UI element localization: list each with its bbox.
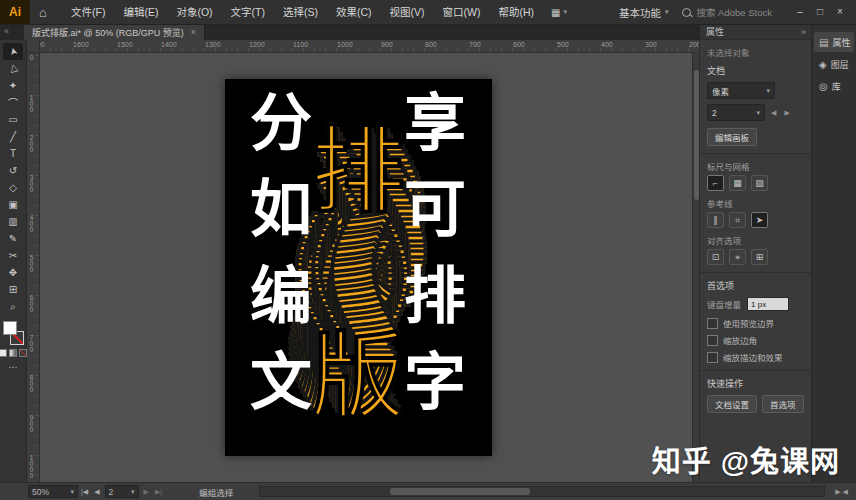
menu-item-6[interactable]: 视图(V) — [381, 0, 434, 24]
line-segment-tool-icon[interactable]: ╱ — [3, 128, 23, 145]
scale-tool-icon[interactable]: ◇ — [3, 179, 23, 196]
collapse-panels-icon[interactable]: « — [4, 26, 9, 36]
document-setup-button[interactable]: 文档设置 — [707, 395, 757, 413]
transparency-grid-icon[interactable]: ▨ — [751, 175, 768, 191]
preferences-button[interactable]: 首选项 — [762, 395, 804, 413]
fill-swatch[interactable] — [3, 321, 17, 335]
corner-ruler-icon[interactable]: ⌐ — [707, 175, 724, 191]
menu-item-1[interactable]: 编辑(E) — [114, 0, 167, 24]
maximize-button[interactable]: □ — [810, 0, 830, 24]
dock-libraries[interactable]: ◎库 — [814, 76, 854, 96]
artboard-value: 2 — [712, 108, 717, 118]
illustrator-window: Ai ⌂ 文件(F)编辑(E)对象(O)文字(T)选择(S)效果(C)视图(V)… — [0, 0, 856, 500]
minimize-button[interactable]: – — [790, 0, 810, 24]
edit-artboards-button[interactable]: 编辑画板 — [707, 128, 757, 146]
checkbox-label: 缩放描边和效果 — [723, 351, 783, 363]
lock-guides-icon[interactable]: ⌗ — [729, 212, 746, 228]
show-guides-icon[interactable]: ∥ — [707, 212, 724, 228]
no-selection-label: 未选择对象 — [707, 46, 805, 58]
keyboard-increment-field[interactable]: 1 px — [747, 297, 789, 311]
zoom-tool-icon[interactable]: ⌕ — [3, 298, 23, 315]
menu-item-2[interactable]: 对象(O) — [167, 0, 221, 24]
artboard-dropdown[interactable]: 2 ▾ — [707, 104, 765, 121]
poster-artboard[interactable]: 排排排排排排排排排排排排排排排排排排排排排排版版版版版版版版版版版版版版版版版版… — [225, 79, 492, 456]
collapse-panel-icon[interactable]: » — [801, 27, 806, 37]
artboard-tool-icon[interactable]: ⊞ — [3, 281, 23, 298]
horizontal-scrollbar[interactable] — [259, 486, 825, 497]
next-artboard-icon[interactable]: ▶ — [144, 488, 149, 496]
direct-selection-tool-icon[interactable]: ▷ — [3, 60, 23, 77]
ruler-tick: 1000 — [28, 454, 35, 478]
edit-toolbar-icon[interactable]: ⋯ — [9, 362, 18, 372]
artboard-nav-dropdown[interactable]: 2 ▾ — [105, 485, 139, 498]
rotate-tool-icon[interactable]: ↺ — [3, 162, 23, 179]
rulers-grids-options: ⌐▦▨ — [707, 175, 805, 191]
canvas[interactable]: 排排排排排排排排排排排排排排排排排排排排排排版版版版版版版版版版版版版版版版版版… — [39, 52, 692, 483]
zoom-level-value: 50% — [32, 487, 49, 497]
guides-options: ∥⌗➤ — [707, 212, 805, 228]
magic-wand-tool-icon[interactable]: ✦ — [3, 77, 23, 94]
menu-item-8[interactable]: 帮助(H) — [490, 0, 544, 24]
snap-to-pixel-icon[interactable]: ⊡ — [707, 249, 724, 265]
stock-search-input[interactable]: 搜索 Adobe Stock — [682, 5, 772, 19]
poster-char-center-bottom: 版 — [311, 323, 405, 432]
menu-item-0[interactable]: 文件(F) — [62, 0, 114, 24]
ruler-tick: 0 — [28, 54, 35, 60]
document-section-label: 文档 — [707, 64, 805, 77]
tab-properties[interactable]: 属性 — [706, 25, 724, 38]
document-tab[interactable]: 版式排版.ai* @ 50% (RGB/GPU 预览) × — [24, 24, 205, 40]
first-artboard-icon[interactable]: |◀ — [81, 488, 88, 496]
dock-properties[interactable]: ▤属性 — [814, 32, 854, 52]
grid-icon[interactable]: ▦ — [729, 175, 746, 191]
last-artboard-icon[interactable]: ▶| — [155, 488, 162, 496]
shape-builder-tool-icon[interactable]: ▣ — [3, 196, 23, 213]
menu-item-3[interactable]: 文字(T) — [222, 0, 274, 24]
menu-item-7[interactable]: 窗口(W) — [434, 0, 490, 24]
hand-tool-icon[interactable]: ✥ — [3, 264, 23, 281]
smart-guides-icon[interactable]: ➤ — [751, 212, 768, 228]
none-mode-icon[interactable] — [19, 349, 27, 357]
ruler-tick: 500 — [28, 254, 35, 272]
zoom-level-dropdown[interactable]: 50% ▾ — [28, 485, 78, 498]
scissors-tool-icon[interactable]: ✂ — [3, 247, 23, 264]
checkbox-0[interactable] — [707, 318, 718, 329]
ruler-tick: 1200 — [249, 41, 265, 48]
lasso-tool-icon[interactable]: ⌒ — [3, 94, 23, 111]
menu-item-4[interactable]: 选择(S) — [274, 0, 327, 24]
workspace-switcher[interactable]: 基本功能 ▾ — [619, 5, 669, 20]
dock-layers[interactable]: ◈图层 — [814, 54, 854, 74]
ruler-tick: 1600 — [73, 41, 89, 48]
preferences-section-label: 首选项 — [707, 279, 805, 292]
vertical-ruler: 01002003004005006007008009001000 — [26, 52, 40, 483]
horizontal-scrollbar-thumb[interactable] — [390, 488, 530, 495]
paint-mode-row — [0, 349, 27, 357]
menu-item-5[interactable]: 效果(C) — [327, 0, 381, 24]
chevron-down-icon: ▾ — [756, 109, 760, 117]
selection-tool-icon[interactable]: ➤ — [3, 43, 23, 60]
rectangle-tool-icon[interactable]: ▭ — [3, 111, 23, 128]
snap-to-point-icon[interactable]: ⌖ — [729, 249, 746, 265]
layers-icon: ◈ — [819, 59, 827, 70]
fill-stroke-swatches[interactable] — [2, 321, 24, 345]
gradient-mode-icon[interactable] — [9, 349, 17, 357]
dock-label: 库 — [832, 80, 841, 93]
status-bar: 50% ▾ |◀ ◀ 2 ▾ ▶ ▶| 编组选择 ▶ ◀ — [0, 482, 856, 500]
previous-artboard-icon[interactable]: ◀ — [94, 488, 99, 496]
pencil-tool-icon[interactable]: ✎ — [3, 230, 23, 247]
home-icon[interactable]: ⌂ — [30, 5, 56, 20]
units-dropdown[interactable]: 像素 ▾ — [707, 82, 775, 99]
close-button[interactable]: × — [830, 0, 850, 24]
gradient-tool-icon[interactable]: ▥ — [3, 213, 23, 230]
previous-artboard-icon[interactable]: ◀ — [771, 109, 778, 117]
arrange-documents-button[interactable]: ▦ ▾ — [551, 7, 567, 18]
snap-to-grid-icon[interactable]: ⊞ — [751, 249, 768, 265]
type-tool-icon[interactable]: T — [3, 145, 23, 162]
ruler-corner — [26, 40, 40, 53]
scroll-right-icon[interactable]: ▶ ◀ — [835, 488, 848, 496]
close-tab-icon[interactable]: × — [191, 27, 196, 37]
checkbox-1[interactable] — [707, 335, 718, 346]
next-artboard-icon[interactable]: ▶ — [784, 109, 791, 117]
color-mode-icon[interactable] — [0, 349, 7, 357]
ruler-tick: 300 — [28, 174, 35, 192]
checkbox-2[interactable] — [707, 352, 718, 363]
